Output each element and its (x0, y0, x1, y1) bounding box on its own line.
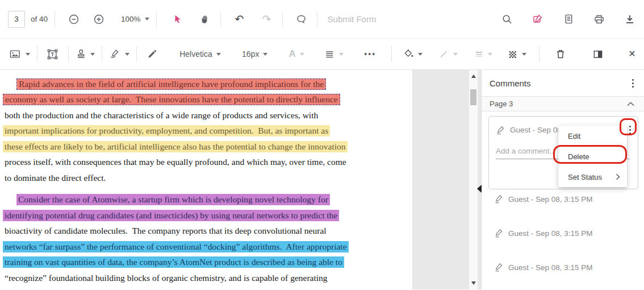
scroll-down-arrow-icon[interactable] (471, 281, 476, 285)
chevron-down-icon (453, 53, 458, 56)
toolbar-divider (136, 46, 137, 62)
highlight-annotation[interactable]: training on vast quantities of data, the… (3, 256, 344, 268)
signature-pen-icon (109, 48, 121, 60)
font-size-value: 16px (242, 49, 259, 59)
more-dots-icon: ••• (364, 49, 376, 59)
document-text: Rapid advances in the field of artificia… (0, 70, 412, 286)
printer-icon (593, 14, 605, 25)
text-line: “recognize” foundational building blocks… (3, 272, 329, 284)
side-panel-icon (592, 49, 604, 60)
font-color-dropdown[interactable]: A (288, 44, 305, 64)
close-icon: ✕ (628, 49, 635, 59)
toolbar-divider (68, 46, 69, 62)
comment-list: Guest - Sep 08, 3:15 PM Guest - Sep 08, … (482, 182, 644, 284)
signature-tool[interactable] (109, 44, 129, 64)
highlight-annotation[interactable]: Consider the case of Atomwise, a startup… (16, 194, 330, 205)
add-comment-button[interactable] (293, 10, 310, 29)
kebab-icon (629, 126, 631, 127)
select-tool-button[interactable] (169, 10, 186, 29)
delete-annotation-button[interactable] (552, 44, 569, 64)
page-number-input[interactable] (8, 11, 25, 28)
opacity-pattern-dropdown[interactable] (507, 44, 526, 64)
highlight-annotation[interactable]: Rapid advances in the field of artificia… (16, 78, 326, 90)
stamp-tool[interactable] (76, 44, 95, 64)
comment-options-button[interactable] (627, 123, 633, 136)
highlight-pen-icon (494, 194, 503, 204)
document-text-line: to dominate the direct effect. (3, 170, 412, 186)
print-button[interactable] (591, 10, 608, 29)
pan-tool-button[interactable] (196, 10, 214, 29)
notes-page-icon (563, 14, 574, 24)
comment-list-item[interactable]: Guest - Sep 08, 3:15 PM (482, 216, 644, 250)
line-thickness-icon (474, 49, 484, 60)
zoom-level-dropdown[interactable]: 100% (121, 10, 149, 29)
font-family-dropdown[interactable]: Helvetica (180, 44, 221, 64)
chevron-down-icon (90, 53, 95, 56)
redo-icon: ↷ (262, 14, 271, 24)
chevron-down-icon (488, 53, 492, 56)
chevron-right-icon (616, 173, 620, 180)
menu-item-set-status[interactable]: Set Status (558, 167, 627, 187)
document-text-line: process itself, with consequences that m… (3, 155, 412, 171)
text-line: both the production and the characterist… (3, 110, 320, 121)
font-size-dropdown[interactable]: 16px (242, 44, 267, 64)
kebab-icon (632, 79, 634, 81)
zoom-out-button[interactable] (65, 10, 82, 29)
menu-item-delete[interactable]: Delete (558, 146, 627, 167)
chevron-down-icon (263, 53, 267, 56)
line-thickness-dropdown[interactable] (474, 44, 493, 64)
search-button[interactable] (499, 10, 516, 29)
image-icon (9, 48, 22, 60)
document-text-line: “recognize” foundational building blocks… (3, 270, 412, 286)
redo-button[interactable]: ↷ (258, 10, 275, 29)
close-toolbar-button[interactable]: ✕ (624, 44, 641, 64)
comment-list-item[interactable]: Guest - Sep 08, 3:15 PM (482, 250, 644, 284)
font-color-icon: A (288, 48, 295, 60)
highlight-annotation[interactable]: networks “far surpass” the performance o… (3, 241, 349, 252)
highlight-annotation[interactable]: identifying potential drug candidates (a… (3, 210, 339, 221)
download-button[interactable] (621, 10, 638, 29)
document-text-line: bioactivity of candidate molecules. The … (3, 223, 412, 239)
text-line: to dominate the direct effect. (3, 172, 107, 184)
chevron-up-icon[interactable] (626, 101, 635, 107)
highlight-annotation[interactable]: these effects are likely to be, artifici… (3, 141, 348, 152)
more-options-button[interactable]: ••• (362, 44, 379, 64)
comment-list-item[interactable]: Guest - Sep 08, 3:15 PM (482, 182, 644, 216)
comments-panel-menu-button[interactable] (630, 77, 636, 90)
free-text-tool[interactable] (44, 44, 61, 64)
cursor-arrow-icon (173, 14, 183, 24)
insert-image-tool[interactable] (9, 44, 30, 64)
chevron-down-icon (418, 53, 423, 56)
style-panel-toggle-button[interactable] (589, 44, 607, 64)
freehand-tool[interactable] (144, 44, 161, 64)
scrollbar-thumb[interactable] (470, 89, 476, 105)
menu-item-edit[interactable]: Edit (558, 126, 627, 146)
pdf-viewer-app: of 40 100% ↶ ↷ Submit Form (0, 0, 644, 290)
highlight-pen-icon (494, 263, 503, 272)
comments-panel-title: Comments (490, 78, 630, 88)
text-align-dropdown[interactable] (324, 44, 344, 64)
edit-annotations-button[interactable] (529, 10, 546, 29)
document-text-line: networks “far surpass” the performance o… (3, 239, 412, 255)
undo-button[interactable]: ↶ (231, 10, 248, 29)
scroll-up-arrow-icon[interactable] (471, 74, 476, 78)
highlight-annotation[interactable]: economy as well as society at large. The… (3, 94, 340, 105)
toolbar-divider (37, 46, 37, 62)
highlight-annotation[interactable]: important implications for productivity,… (3, 125, 330, 136)
chevron-down-icon (522, 53, 526, 56)
zoom-in-button[interactable] (90, 10, 107, 29)
page-section-label: Page 3 (490, 100, 626, 108)
stroke-style-dropdown[interactable] (438, 44, 458, 64)
panel-collapse-handle[interactable] (477, 185, 482, 193)
comment-context-menu: Edit Delete Set Status (558, 126, 627, 187)
notes-panel-button[interactable] (560, 10, 577, 29)
document-scrollbar[interactable] (469, 70, 478, 289)
fill-color-dropdown[interactable] (403, 44, 423, 64)
submit-form-label[interactable]: Submit Form (328, 14, 377, 24)
document-text-line: identifying potential drug candidates (a… (3, 208, 412, 223)
page-section-header[interactable]: Page 3 (482, 96, 644, 111)
chevron-down-icon (216, 53, 221, 56)
top-toolbar: of 40 100% ↶ ↷ Submit Form (0, 0, 644, 39)
stamp-icon (76, 48, 87, 60)
align-lines-icon (324, 49, 335, 60)
